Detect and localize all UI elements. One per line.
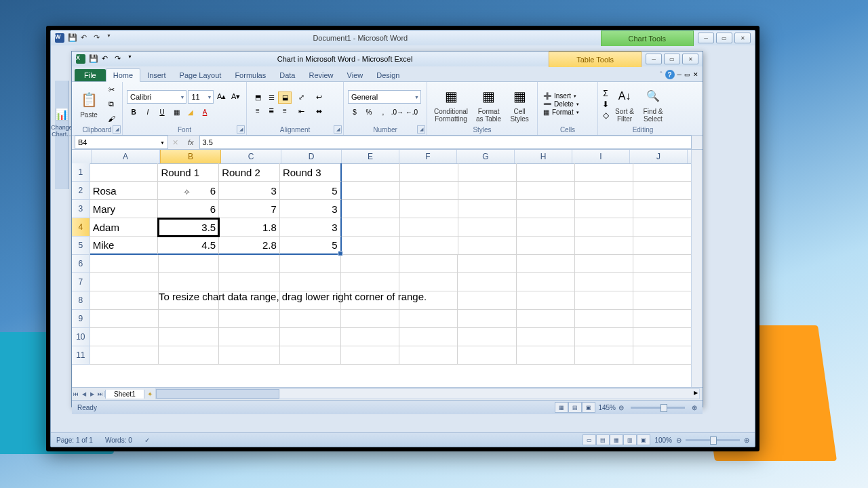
cell[interactable]	[219, 346, 280, 365]
column-header[interactable]: C	[221, 150, 281, 163]
row-header[interactable]: 10	[72, 328, 90, 346]
font-size-combo[interactable]: 11▼	[188, 90, 214, 104]
cell[interactable]	[517, 346, 575, 365]
alignment-dialog-launcher[interactable]: ◢	[334, 125, 342, 134]
align-left-icon[interactable]: ≡	[251, 105, 264, 117]
cell[interactable]: 3	[219, 182, 280, 200]
cell[interactable]	[341, 255, 399, 273]
formula-input[interactable]: 3.5	[199, 136, 692, 149]
cell[interactable]: Rosa	[90, 182, 159, 200]
number-dialog-launcher[interactable]: ◢	[417, 125, 425, 134]
cell[interactable]: Mary	[90, 200, 159, 218]
column-header[interactable]: G	[457, 150, 515, 163]
cell[interactable]	[90, 255, 159, 273]
cell[interactable]	[575, 273, 633, 291]
help-icon[interactable]: ?	[665, 70, 675, 79]
percent-icon[interactable]: %	[362, 106, 376, 118]
find-select-button[interactable]: 🔍Find & Select	[640, 85, 666, 124]
cell[interactable]	[633, 273, 692, 291]
row-header[interactable]: 8	[72, 291, 90, 310]
cell[interactable]	[575, 182, 633, 200]
redo-icon[interactable]: ↷	[94, 33, 103, 43]
word-zoom-slider[interactable]	[686, 439, 740, 441]
cell[interactable]	[458, 255, 516, 273]
cell[interactable]	[517, 163, 575, 182]
cell[interactable]	[400, 200, 458, 218]
cell[interactable]	[90, 163, 159, 182]
cell[interactable]: 6	[158, 182, 219, 200]
horizontal-scrollbar[interactable]: ◀▶	[155, 388, 700, 399]
row-header[interactable]: 5	[72, 237, 90, 255]
column-header[interactable]: D	[281, 150, 342, 163]
cell[interactable]: 5	[280, 237, 342, 255]
italic-button[interactable]: I	[141, 106, 155, 118]
cell[interactable]: Mike	[90, 237, 159, 255]
cell[interactable]	[342, 218, 400, 237]
fill-color-button[interactable]: ◢	[184, 106, 197, 118]
row-header[interactable]: 9	[72, 310, 90, 328]
cell[interactable]	[517, 291, 575, 310]
column-header[interactable]: E	[342, 150, 399, 163]
cell[interactable]	[458, 291, 516, 310]
row-header[interactable]: 11	[72, 346, 90, 365]
cell[interactable]: 6	[158, 200, 219, 218]
cell[interactable]	[159, 310, 220, 328]
cell[interactable]	[575, 310, 633, 328]
cell[interactable]	[399, 310, 458, 328]
cell[interactable]	[575, 328, 633, 346]
cell[interactable]	[458, 218, 517, 237]
cell[interactable]	[633, 237, 692, 255]
cell[interactable]	[633, 346, 692, 365]
zoom-in-icon[interactable]: ⊕	[744, 436, 749, 444]
cell[interactable]: 7	[219, 200, 280, 218]
copy-icon[interactable]: ⧉	[104, 98, 118, 110]
tab-data[interactable]: Data	[273, 69, 302, 81]
excel-maximize-button[interactable]: ▭	[664, 54, 680, 64]
cell[interactable]	[517, 237, 575, 255]
cell[interactable]	[341, 273, 399, 291]
excel-minimize-button[interactable]: ─	[646, 54, 662, 64]
cell[interactable]	[399, 273, 458, 291]
tab-design[interactable]: Design	[370, 69, 406, 81]
cell[interactable]	[575, 200, 633, 218]
font-dialog-launcher[interactable]: ◢	[237, 125, 245, 134]
cell[interactable]	[399, 255, 458, 273]
cell[interactable]	[575, 237, 633, 255]
cell[interactable]	[458, 346, 516, 365]
cell[interactable]	[219, 310, 280, 328]
redo-icon[interactable]: ↷	[115, 54, 124, 64]
cell[interactable]	[90, 310, 159, 328]
column-header[interactable]: H	[515, 150, 572, 163]
cell[interactable]	[458, 273, 516, 291]
font-name-combo[interactable]: Calibri▼	[127, 90, 186, 104]
cell[interactable]	[458, 237, 517, 255]
workbook-restore-icon[interactable]: ▭	[684, 71, 690, 78]
tab-home[interactable]: Home	[106, 68, 140, 82]
format-as-table-button[interactable]: ▦Format as Table	[473, 85, 504, 124]
excel-titlebar[interactable]: X 💾 ↶ ↷ ▼ Chart in Microsoft Word - Micr…	[72, 52, 703, 66]
cell[interactable]	[280, 328, 341, 346]
tab-review[interactable]: Review	[302, 69, 340, 81]
cell[interactable]: Round 2	[219, 163, 280, 182]
cell[interactable]	[159, 346, 220, 365]
cell[interactable]	[400, 163, 458, 182]
cell[interactable]	[633, 291, 692, 310]
paste-button[interactable]: 📋Paste	[76, 88, 102, 120]
cell[interactable]	[342, 237, 400, 255]
word-maximize-button[interactable]: ▭	[716, 33, 732, 43]
cell[interactable]	[517, 273, 575, 291]
ribbon-minimize-icon[interactable]: ˆ	[660, 70, 663, 79]
cell[interactable]	[633, 310, 692, 328]
cell[interactable]	[633, 218, 692, 237]
cell[interactable]	[219, 328, 280, 346]
cell[interactable]	[458, 328, 516, 346]
orientation-icon[interactable]: ⤢	[294, 91, 308, 103]
excel-close-button[interactable]: ✕	[682, 54, 698, 64]
cell[interactable]	[159, 273, 220, 291]
cell[interactable]: 2.8	[219, 237, 280, 255]
align-bottom-icon[interactable]: ⬓	[278, 92, 292, 104]
column-header[interactable]: J	[630, 150, 688, 163]
excel-context-tab[interactable]: Table Tools	[549, 52, 642, 67]
cell[interactable]	[517, 182, 575, 200]
word-context-tab[interactable]: Chart Tools	[601, 30, 694, 46]
